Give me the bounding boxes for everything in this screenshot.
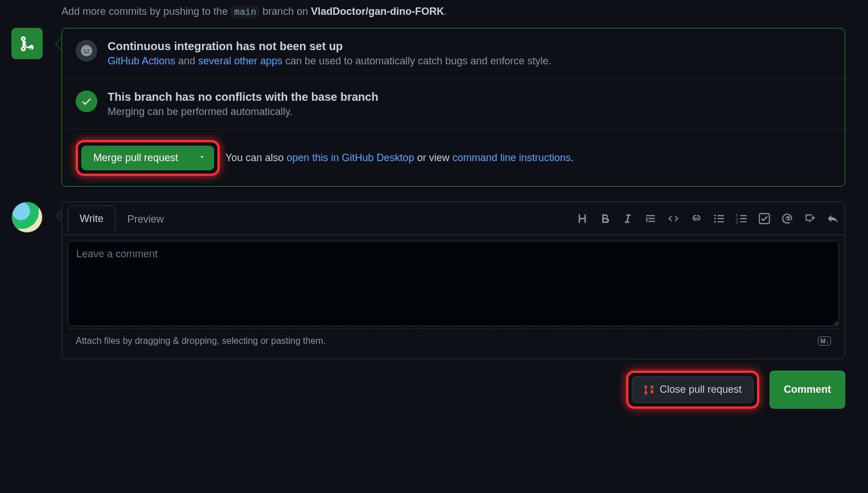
- code-icon[interactable]: [667, 212, 680, 225]
- check-icon: [76, 91, 97, 112]
- heading-icon[interactable]: [576, 212, 589, 225]
- close-pull-request-label: Close pull request: [660, 384, 742, 396]
- merge-options-dropdown[interactable]: [190, 146, 214, 170]
- git-merge-badge: [11, 28, 43, 59]
- open-github-desktop-link[interactable]: open this in GitHub Desktop: [287, 152, 414, 163]
- cross-reference-icon[interactable]: [804, 212, 816, 225]
- no-conflicts-title: This branch has no conflicts with the ba…: [108, 91, 379, 104]
- push-hint-middle: branch on: [262, 6, 311, 17]
- push-hint-suffix: .: [444, 6, 447, 17]
- attach-files-hint[interactable]: Attach files by dragging & dropping, sel…: [76, 336, 326, 346]
- git-pull-request-closed-icon: [644, 385, 654, 395]
- other-apps-link[interactable]: several other apps: [198, 55, 282, 67]
- caret-down-icon: [199, 154, 205, 161]
- link-icon[interactable]: [690, 212, 702, 225]
- tasklist-icon[interactable]: [758, 212, 771, 225]
- svg-point-1: [714, 217, 716, 219]
- svg-text:3: 3: [736, 220, 738, 224]
- preview-tab[interactable]: Preview: [116, 206, 176, 232]
- push-hint-prefix: Add more commits by pushing to the: [61, 6, 231, 17]
- svg-point-2: [714, 221, 716, 223]
- merge-status-panel: Continuous integration has not been set …: [61, 28, 845, 187]
- italic-icon[interactable]: [622, 212, 634, 225]
- merge-alternatives-text: You can also open this in GitHub Desktop…: [225, 152, 574, 164]
- mention-icon[interactable]: [781, 212, 793, 225]
- comment-composer: Write Preview 123 Attach files by draggi…: [61, 202, 845, 359]
- svg-point-0: [714, 214, 716, 216]
- ci-description: GitHub Actions and several other apps ca…: [108, 55, 551, 67]
- close-button-highlight: Close pull request: [626, 371, 759, 409]
- github-actions-link[interactable]: GitHub Actions: [108, 55, 175, 67]
- formatting-toolbar: 123: [576, 212, 839, 225]
- repo-name: VladDoctor/gan-dino-FORK: [311, 6, 444, 17]
- ordered-list-icon[interactable]: 123: [735, 212, 748, 225]
- git-merge-icon: [19, 35, 36, 52]
- write-tab[interactable]: Write: [68, 206, 116, 232]
- close-pull-request-button[interactable]: Close pull request: [632, 376, 754, 403]
- bold-icon[interactable]: [599, 212, 611, 225]
- comment-button[interactable]: Comment: [770, 371, 845, 409]
- comment-textarea[interactable]: [68, 241, 839, 326]
- merge-pull-request-button[interactable]: Merge pull request: [81, 146, 190, 170]
- branch-name: main: [231, 5, 260, 18]
- push-hint: Add more commits by pushing to the main …: [61, 6, 845, 18]
- user-avatar[interactable]: [11, 202, 43, 233]
- merge-button-highlight: Merge pull request: [76, 140, 220, 176]
- ci-title: Continuous integration has not been set …: [108, 40, 551, 53]
- bot-icon: [76, 40, 97, 61]
- no-conflicts-subtitle: Merging can be performed automatically.: [108, 106, 379, 118]
- reply-icon[interactable]: [826, 212, 839, 225]
- command-line-instructions-link[interactable]: command line instructions: [452, 152, 571, 163]
- markdown-supported-icon[interactable]: M↓: [818, 336, 831, 346]
- unordered-list-icon[interactable]: [713, 212, 725, 225]
- quote-icon[interactable]: [644, 212, 657, 225]
